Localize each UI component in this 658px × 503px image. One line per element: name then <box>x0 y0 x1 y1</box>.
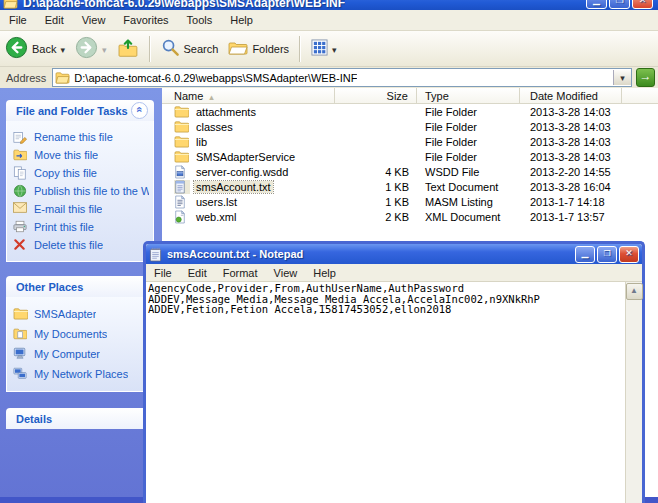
minimize-button[interactable]: ▁ <box>586 0 607 9</box>
file-name: attachments <box>194 106 258 118</box>
file-type: XML Document <box>417 211 520 223</box>
up-button[interactable] <box>112 36 144 62</box>
sidebar-item-my-computer[interactable]: My Computer <box>13 344 149 364</box>
folder-icon <box>174 105 190 119</box>
go-button[interactable]: → <box>636 68 655 87</box>
sidebar-item-my-network-places[interactable]: My Network Places <box>13 364 149 384</box>
explorer-task-pane: File and Folder Tasks Rename this fileMo… <box>0 88 162 497</box>
sidebar-item-rename-this-file[interactable]: Rename this file <box>13 128 149 146</box>
column-header-name[interactable]: Name <box>162 88 335 103</box>
sidebar-item-delete-this-file[interactable]: Delete this file <box>13 236 149 254</box>
sidebar-item-move-this-file[interactable]: Move this file <box>13 146 149 164</box>
sidebar-item-print-this-file[interactable]: Print this file <box>13 218 149 236</box>
sidebar-item-smsadapter[interactable]: SMSAdapter <box>13 304 149 324</box>
folders-button[interactable]: Folders <box>223 38 294 60</box>
sidebar-item-publish-this-file-to-the-web[interactable]: Publish this file to the Web <box>13 182 149 200</box>
notepad-window-title: smsAccount.txt - Notepad <box>167 248 303 260</box>
notepad-minimize-button[interactable] <box>575 246 595 263</box>
address-dropdown-button[interactable] <box>613 70 631 85</box>
forward-icon <box>75 36 98 61</box>
column-header-type[interactable]: Type <box>417 88 520 103</box>
search-button[interactable]: Search <box>156 36 224 61</box>
sidebar-item-label: Delete this file <box>34 239 103 251</box>
file-row-web-xml[interactable]: web.xml2 KBXML Document2013-1-7 13:57 <box>162 209 658 224</box>
file-type: File Folder <box>417 106 520 118</box>
notepad-titlebar[interactable]: smsAccount.txt - Notepad <box>146 244 642 264</box>
sidebar-item-label: Publish this file to the Web <box>34 185 149 197</box>
views-dropdown-icon[interactable] <box>332 43 337 55</box>
menu-item-format[interactable]: Format <box>215 266 266 280</box>
column-header-date-modified[interactable]: Date Modified <box>520 88 622 103</box>
sidebar-item-copy-this-file[interactable]: Copy this file <box>13 164 149 182</box>
back-dropdown-icon[interactable] <box>60 43 65 55</box>
sidebar-item-label: Move this file <box>34 149 98 161</box>
file-name: lib <box>194 136 209 148</box>
sidebar-item-label: Print this file <box>34 221 94 233</box>
menu-item-view[interactable]: View <box>266 266 306 280</box>
details-header[interactable]: Details <box>6 408 154 429</box>
file-row-lib[interactable]: libFile Folder2013-3-28 14:03 <box>162 134 658 149</box>
menu-item-file[interactable]: File <box>0 12 36 28</box>
computer-icon <box>13 347 28 361</box>
menu-item-view[interactable]: View <box>73 12 115 28</box>
file-and-folder-tasks-header[interactable]: File and Folder Tasks <box>6 100 154 121</box>
folder-icon <box>174 120 190 134</box>
file-date-modified: 2013-3-28 14:03 <box>520 106 640 118</box>
menu-item-edit[interactable]: Edit <box>180 266 215 280</box>
publish-icon <box>13 184 28 198</box>
file-size: 1 KB <box>335 181 417 193</box>
network-icon <box>13 367 28 381</box>
menu-item-help[interactable]: Help <box>221 12 262 28</box>
file-list-header: Name Size Type Date Modified <box>162 88 658 104</box>
menu-item-file[interactable]: File <box>146 266 180 280</box>
back-button[interactable]: Back <box>0 34 70 63</box>
file-row-smsadapterservice[interactable]: SMSAdapterServiceFile Folder2013-3-28 14… <box>162 149 658 164</box>
menu-item-tools[interactable]: Tools <box>178 12 222 28</box>
address-input[interactable]: D:\apache-tomcat-6.0.29\webapps\SMSAdapt… <box>52 68 632 87</box>
sidebar-item-label: My Documents <box>34 328 107 340</box>
folder-icon <box>13 307 28 321</box>
sidebar-item-e-mail-this-file[interactable]: E-mail this file <box>13 200 149 218</box>
file-name: web.xml <box>194 211 238 223</box>
column-header-size[interactable]: Size <box>335 88 417 103</box>
explorer-titlebar[interactable]: D:\apache-tomcat-6.0.29\webapps\SMSAdapt… <box>0 0 658 10</box>
notepad-maximize-button[interactable] <box>597 246 617 263</box>
address-value: D:\apache-tomcat-6.0.29\webapps\SMSAdapt… <box>74 72 357 84</box>
delete-icon <box>13 238 28 252</box>
file-row-users-lst[interactable]: users.lst1 KBMASM Listing2013-1-7 14:18 <box>162 194 658 209</box>
close-button[interactable]: ✕ <box>632 0 653 9</box>
file-date-modified: 2013-1-7 13:57 <box>520 211 640 223</box>
notepad-text-area[interactable]: AgencyCode,Provider,From,AuthUserName,Au… <box>146 282 625 503</box>
file-size: 4 KB <box>335 166 417 178</box>
notepad-vertical-scrollbar[interactable]: ▲ <box>625 282 642 503</box>
rename-icon <box>13 130 28 144</box>
file-row-server-config-wsdd[interactable]: server-config.wsdd4 KBWSDD File2013-2-20… <box>162 164 658 179</box>
sidebar-item-label: Copy this file <box>34 167 97 179</box>
folders-label: Folders <box>252 43 289 55</box>
menu-item-edit[interactable]: Edit <box>36 12 73 28</box>
file-row-attachments[interactable]: attachmentsFile Folder2013-3-28 14:03 <box>162 104 658 119</box>
notepad-close-button[interactable] <box>619 246 639 263</box>
search-label: Search <box>184 43 219 55</box>
back-icon <box>5 36 28 61</box>
file-row-classes[interactable]: classesFile Folder2013-3-28 14:03 <box>162 119 658 134</box>
views-button[interactable] <box>306 37 342 60</box>
other-places-header[interactable]: Other Places <box>6 276 154 297</box>
maximize-button[interactable]: ❒ <box>609 0 630 9</box>
scroll-up-icon[interactable]: ▲ <box>626 283 643 300</box>
explorer-addressbar: Address D:\apache-tomcat-6.0.29\webapps\… <box>0 67 658 89</box>
menu-item-help[interactable]: Help <box>305 266 344 280</box>
file-size: 1 KB <box>335 196 417 208</box>
file-name: server-config.wsdd <box>194 166 290 178</box>
sidebar-item-my-documents[interactable]: My Documents <box>13 324 149 344</box>
listdoc-icon <box>174 195 190 209</box>
folder-icon <box>174 150 190 164</box>
menu-item-favorites[interactable]: Favorites <box>114 12 177 28</box>
chevron-up-icon[interactable] <box>131 102 148 119</box>
sidebar-item-label: SMSAdapter <box>34 308 96 320</box>
folder-icon <box>174 135 190 149</box>
xmldoc-icon <box>174 210 190 224</box>
file-row-smsaccount-txt[interactable]: smsAccount.txt1 KBText Document2013-3-28… <box>162 179 658 194</box>
forward-button[interactable] <box>70 34 112 63</box>
file-date-modified: 2013-3-28 16:04 <box>520 181 640 193</box>
